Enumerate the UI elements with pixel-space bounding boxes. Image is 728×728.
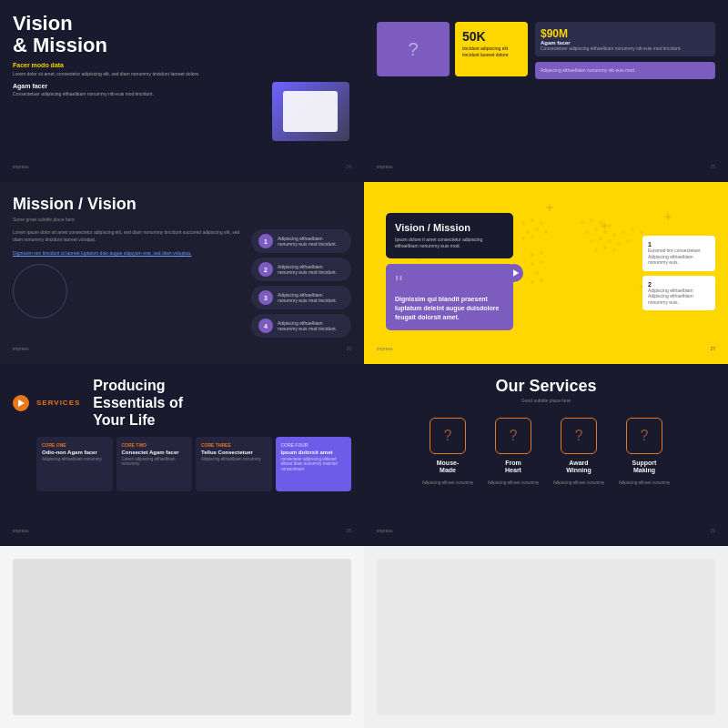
slide2-money-card: $90M Agam facer Consectetuer adipiscing … — [535, 22, 715, 56]
slide3-item-1: 1 Adipiscing elthaelbiam nonummy euis mo… — [251, 229, 351, 253]
slide1-illus-inner — [283, 91, 338, 132]
slide6-footer: impress 29 — [377, 521, 715, 533]
slide5-page: 28 — [346, 528, 351, 533]
slide1-illustration — [272, 82, 349, 141]
slide4-quote-block: " Dignissim qui blandit praesent luptatu… — [386, 264, 513, 330]
slide5-core3-text: Adipiscing elthaelbiam nonummy — [201, 457, 267, 462]
slide4-quote-text: Dignissim qui blandit praesent luptatum … — [395, 295, 504, 321]
slide4-vm-card: Vision / Mission Ipsum dolore it amet co… — [386, 213, 513, 258]
slide2-adip-card: Adipiscing elthaelbiam nonummy nib euis … — [535, 62, 715, 79]
slide6-page: 29 — [710, 528, 715, 533]
slide6-service2-title: From Heart — [505, 460, 521, 475]
slide5-core2-text: Cetero adipiscing elthaelbiam nonummy — [122, 457, 187, 468]
slide3-num-2: 2 — [258, 262, 273, 277]
slide3-text-1: Adipiscing elthaelbiam nonummy euis mod … — [278, 236, 344, 248]
slide2-q-mark: ? — [408, 39, 418, 60]
slide6-service3-text: Adipiscing elthaet nonummy — [553, 480, 604, 486]
slide3-subtitle: Some great subtitle place here — [13, 217, 351, 222]
slide2-stat-label: tincidunt adipiscing elit tincidunt laor… — [462, 46, 521, 57]
award-winning-icon: ? — [575, 428, 583, 444]
slide6-service1-text: Adipiscing elthaet nonummy — [422, 480, 473, 486]
slide3-text-4: Adipiscing elthaelbiam nonummy euis mod … — [278, 320, 344, 332]
slide2-page: 25 — [710, 164, 715, 169]
slide6-service2-text: Adipiscing elthaet nonummy — [488, 480, 539, 486]
slide3-item-2: 2 Adipiscing elthaelbiam nonummy euis mo… — [251, 258, 351, 281]
slide6-icon-row: ? Mouse- Made Adipiscing elthaet nonummy… — [420, 418, 672, 486]
slide6-service1-title: Mouse- Made — [437, 460, 460, 475]
slide3-right: 1 Adipiscing elthaelbiam nonummy euis mo… — [251, 229, 351, 342]
slide3-item-4: 4 Adipiscing elthaelbiam nonummy euis mo… — [251, 314, 351, 338]
slide5-core4-label: CORE FOUR — [281, 442, 347, 448]
slide5-services-row: SERVICES Producing Essentials of Your Li… — [36, 377, 351, 430]
slide6-icon4-box: ? — [626, 418, 662, 454]
slide-4: + + + + Vision / Mission Ipsum dolore it… — [364, 182, 728, 364]
support-making-icon: ? — [641, 428, 649, 444]
slide1-section2-body: Consectetuer adipiscing elthaelbiam nonu… — [13, 91, 262, 97]
slide5-core1-text: Adipiscing elthaelbiam nonummy — [42, 457, 107, 462]
slide5-core3-title: Tellus Consectetuer — [201, 450, 267, 455]
slide2-money-text: Consectetuer adipiscing elthaelbiam nonu… — [541, 46, 710, 51]
slide5-core4: CORE FOUR Ipsum dolorsit amet consectetu… — [276, 437, 352, 491]
mouse-made-icon: ? — [444, 428, 452, 444]
slide3-title: Mission / Vision — [13, 195, 351, 214]
slide5-core1: CORE ONE Odio-non Agam facer Adipiscing … — [36, 437, 113, 491]
slide6-service3-title: Award Winning — [566, 460, 592, 475]
slide-2: ? 50K tincidunt adipiscing elit tincidun… — [364, 0, 728, 182]
slide4-quote-icon: " — [395, 273, 504, 295]
slide1-section2-title: Agam facer — [13, 83, 262, 89]
slide2-stats-row: ? 50K tincidunt adipiscing elit tincidun… — [377, 13, 715, 160]
slide1-section1-body: Lorem dolor sit amet, consectetur adipis… — [13, 71, 262, 77]
slide2-stat-num: 50K — [462, 29, 521, 44]
slide2-footer: impress 25 — [377, 160, 715, 169]
slide5-core2-title: Consectet Agam facer — [122, 450, 187, 455]
slide8-placeholder — [377, 559, 715, 715]
slide6-title: Our Services — [495, 377, 596, 396]
slide6-service3: ? Award Winning Adipiscing elthaet nonum… — [551, 418, 606, 486]
slide3-body: Lorem ipsum dolor sit amet consectetur a… — [13, 229, 244, 243]
slide5-core3-label: CORE THREE — [201, 442, 267, 448]
slide6-icon3-box: ? — [561, 418, 597, 454]
slide3-text-2: Adipiscing elthaelbiam nonummy euis mod … — [278, 264, 344, 276]
slide5-brand: impress — [13, 528, 29, 533]
slide5-core1-title: Odio-non Agam facer — [42, 450, 107, 455]
slide2-stat-card: 50K tincidunt adipiscing elit tincidunt … — [455, 22, 528, 76]
slide-8 — [364, 546, 728, 728]
slide5-core2-label: CORE TWO — [122, 442, 187, 448]
presentation-grid: Vision & Mission Facer modo data Lorem d… — [0, 0, 728, 728]
slide3-num-3: 3 — [258, 290, 273, 305]
slide2-right-stats: $90M Agam facer Consectetuer adipiscing … — [535, 22, 715, 79]
slide4-vm-title: Vision / Mission — [395, 222, 504, 233]
slide-3: Mission / Vision Some great subtitle pla… — [0, 182, 364, 364]
slide6-icon1-box: ? — [430, 418, 466, 454]
slide-7 — [0, 546, 364, 728]
slide1-section1-title: Facer modo data — [13, 62, 262, 68]
slide-1: Vision & Mission Facer modo data Lorem d… — [0, 0, 364, 182]
slide2-amount: $90M — [541, 27, 710, 40]
slide3-content: Lorem ipsum dolor sit amet consectetur a… — [13, 229, 351, 342]
slide-5: SERVICES Producing Essentials of Your Li… — [0, 364, 364, 546]
slide5-core2: CORE TWO Consectet Agam facer Cetero adi… — [116, 437, 193, 491]
slide5-play-button[interactable] — [13, 395, 29, 411]
slide5-core3: CORE THREE Tellus Consectetuer Adipiscin… — [196, 437, 272, 491]
slide5-cards-row: CORE ONE Odio-non Agam facer Adipiscing … — [36, 437, 351, 491]
slide5-services-label: SERVICES — [36, 399, 80, 407]
slide2-brand: impress — [377, 164, 393, 169]
slide3-num-1: 1 — [258, 234, 273, 248]
slide3-item-3: 3 Adipiscing elthaelbiam nonummy euis mo… — [251, 286, 351, 309]
slide5-prod-title: Producing Essentials of Your Life — [93, 377, 183, 430]
slide3-num-4: 4 — [258, 318, 273, 333]
slide4-content: Vision / Mission Ipsum dolore it amet co… — [377, 195, 715, 342]
slide1-page: 24 — [346, 164, 351, 169]
slide6-service4-title: Support Making — [632, 460, 657, 475]
slide7-placeholder — [13, 559, 351, 715]
slide5-main-content: SERVICES Producing Essentials of Your Li… — [36, 377, 351, 491]
slide3-link: Dignissim non tincidunt ut laoreet lupta… — [13, 250, 244, 257]
slide-6: Our Services Good subtitle place here ? … — [364, 364, 728, 546]
slide2-adip-text: Adipiscing elthaelbiam nonummy nib euis … — [541, 67, 710, 74]
slide5-prod-block: Producing Essentials of Your Life — [89, 377, 183, 430]
slide6-service2: ? From Heart Adipiscing elthaet nonummy — [486, 418, 541, 486]
slide5-play-triangle — [18, 399, 25, 407]
from-heart-icon: ? — [510, 428, 518, 444]
slide6-subtitle: Good subtitle place here — [521, 398, 571, 403]
slide6-service4-text: Adipiscing elthaet nonummy — [619, 480, 670, 486]
